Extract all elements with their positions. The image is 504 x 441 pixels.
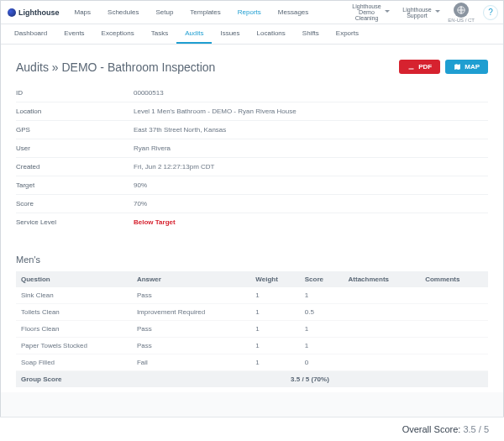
details-label: User <box>16 144 134 152</box>
table-cell <box>420 304 488 321</box>
details-value: East 37th Street North, Kansas <box>134 126 226 134</box>
details-value: Level 1 Men's Bathroom - DEMO - Ryan Riv… <box>134 108 297 115</box>
details-label: Score <box>16 200 134 207</box>
table-cell: 0.5 <box>300 304 344 321</box>
group-score-row: Group Score3.5 / 5 (70%) <box>16 371 488 388</box>
subnav-item-shifts[interactable]: Shifts <box>294 24 328 44</box>
table-cell: Sink Clean <box>16 287 132 304</box>
locale-label: EN-US / CT <box>448 18 475 23</box>
overall-score-value: 3.5 / 5 <box>463 424 489 434</box>
subnav-item-exports[interactable]: Exports <box>328 24 367 44</box>
footer: Overall Score: 3.5 / 5 <box>0 417 504 441</box>
subnav-item-exceptions[interactable]: Exceptions <box>93 24 143 44</box>
table-cell: Improvement Required <box>132 304 250 321</box>
topnav-item-maps[interactable]: Maps <box>66 1 100 24</box>
table-cell: Pass <box>132 287 250 304</box>
brand-label: Lighthouse <box>18 8 60 17</box>
table-cell <box>344 321 421 338</box>
results-table: QuestionAnswerWeightScoreAttachmentsComm… <box>16 271 488 387</box>
details-label: Created <box>16 163 134 171</box>
details-label: Target <box>16 181 134 189</box>
table-row: Soap FilledFail10 <box>16 354 488 371</box>
table-cell: 1 <box>250 338 299 354</box>
map-button-label: MAP <box>465 63 480 71</box>
details-row: CreatedFri, Jun 2 12:27:13pm CDT <box>16 158 488 176</box>
details-list: ID00000513LocationLevel 1 Men's Bathroom… <box>16 84 488 231</box>
table-header-row: QuestionAnswerWeightScoreAttachmentsComm… <box>16 271 488 287</box>
table-cell: 1 <box>300 338 344 354</box>
topnav-item-schedules[interactable]: Schedules <box>99 1 147 24</box>
help-button[interactable]: ? <box>483 5 498 20</box>
subnav-item-tasks[interactable]: Tasks <box>143 24 176 44</box>
table-cell: 1 <box>250 304 299 321</box>
details-row: Target90% <box>16 176 488 195</box>
details-row: Score70% <box>16 195 488 213</box>
top-nav-right: Lighthouse Demo CleaningLighthouse Suppo… <box>344 1 503 24</box>
table-row: Sink CleanPass11 <box>16 287 488 304</box>
table-cell <box>344 304 421 321</box>
pdf-button-label: PDF <box>418 63 432 71</box>
page-title: Audits » DEMO - Bathroom Inspection <box>16 60 215 74</box>
details-row: UserRyan Rivera <box>16 139 488 158</box>
table-cell: 1 <box>300 287 344 304</box>
download-icon <box>407 63 415 71</box>
globe-icon <box>454 3 469 18</box>
details-value: Ryan Rivera <box>134 144 171 152</box>
sub-nav: DashboardEventsExceptionsTasksAuditsIssu… <box>1 24 503 45</box>
subnav-item-issues[interactable]: Issues <box>212 24 248 44</box>
topnav-item-reports[interactable]: Reports <box>229 1 270 24</box>
group-score-value: 3.5 / 5 (70%) <box>132 371 488 388</box>
table-header-cell: Score <box>300 271 344 287</box>
table-cell: Fail <box>132 354 250 371</box>
table-cell: Floors Clean <box>16 321 132 338</box>
map-button[interactable]: MAP <box>445 60 488 74</box>
table-body: Sink CleanPass11Toilets CleanImprovement… <box>16 287 488 387</box>
topnav-item-templates[interactable]: Templates <box>181 1 228 24</box>
brand: Lighthouse <box>1 1 66 24</box>
table-row: Paper Towels StockedPass11 <box>16 338 488 354</box>
details-label: GPS <box>16 126 134 134</box>
details-value: Fri, Jun 2 12:27:13pm CDT <box>134 163 214 171</box>
details-row: ID00000513 <box>16 84 488 102</box>
details-label: Service Level <box>16 218 134 226</box>
overall-score-label: Overall Score: <box>402 424 461 434</box>
table-header-cell: Comments <box>420 271 488 287</box>
table-row: Floors CleanPass11 <box>16 321 488 338</box>
table-header-cell: Answer <box>132 271 250 287</box>
table-cell <box>420 354 488 371</box>
table-cell: 1 <box>300 321 344 338</box>
details-label: ID <box>16 89 134 97</box>
details-row: Service LevelBelow Target <box>16 213 488 231</box>
details-row: LocationLevel 1 Men's Bathroom - DEMO - … <box>16 102 488 121</box>
details-value: 70% <box>134 200 147 207</box>
table-cell: Pass <box>132 321 250 338</box>
locale-switcher[interactable]: EN-US / CT <box>444 3 478 23</box>
topnav-item-setup[interactable]: Setup <box>147 1 181 24</box>
topnav-item-messages[interactable]: Messages <box>270 1 317 24</box>
table-cell: 1 <box>250 321 299 338</box>
top-nav: Lighthouse MapsSchedulesSetupTemplatesRe… <box>1 1 503 24</box>
table-row: Toilets CleanImprovement Required10.5 <box>16 304 488 321</box>
section-heading: Men's <box>16 255 488 265</box>
table-cell <box>420 338 488 354</box>
table-cell: 1 <box>250 354 299 371</box>
table-cell <box>420 321 488 338</box>
subnav-item-audits[interactable]: Audits <box>176 24 212 44</box>
subnav-item-locations[interactable]: Locations <box>249 24 294 44</box>
subnav-item-events[interactable]: Events <box>55 24 92 44</box>
table-cell <box>344 338 421 354</box>
details-label: Location <box>16 108 134 115</box>
subnav-item-dashboard[interactable]: Dashboard <box>6 24 55 44</box>
table-header-cell: Attachments <box>344 271 421 287</box>
table-header-cell: Weight <box>250 271 299 287</box>
topnav-dropdown[interactable]: Lighthouse Demo Cleaning <box>344 3 394 21</box>
details-value: Below Target <box>134 218 176 226</box>
table-cell <box>420 287 488 304</box>
table-cell: Pass <box>132 338 250 354</box>
details-value: 00000513 <box>134 89 164 97</box>
action-buttons: PDF MAP <box>399 60 488 74</box>
pdf-button[interactable]: PDF <box>399 60 440 74</box>
topnav-dropdown[interactable]: Lighthouse Support <box>394 7 444 18</box>
table-cell: Paper Towels Stocked <box>16 338 132 354</box>
table-cell: 0 <box>300 354 344 371</box>
